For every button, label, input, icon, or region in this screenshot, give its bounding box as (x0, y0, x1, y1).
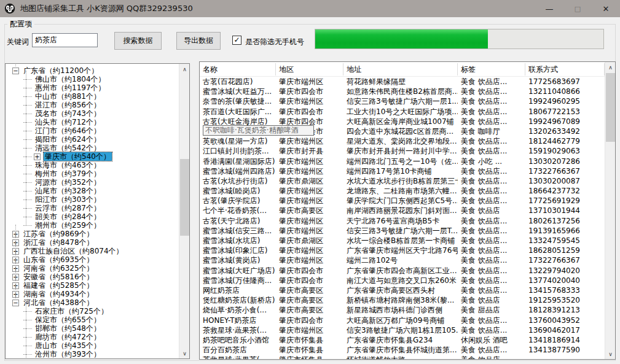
tree-item[interactable]: +江苏省（约9869个） (6, 230, 179, 238)
tree-guide-line (26, 105, 26, 114)
tree-item[interactable]: +山东省（约6935个） (6, 255, 179, 264)
tree-item[interactable]: 石家庄市（约725个） (6, 307, 179, 316)
tree-item[interactable]: 沧州市（约393个） (6, 350, 179, 358)
table-row[interactable]: 茶救星球·蔬果茶(...肇庆市怀集县怀城街道解放大路...美食 饮品店 (200, 355, 605, 359)
table-row[interactable]: 网红奶茶店肇庆市高要区广东省肇庆市高要区西头村美食 饮品店...13415768… (200, 285, 605, 295)
table-cell: 南江大道与如意路交叉口东260米 (343, 276, 458, 285)
column-header[interactable]: 地址 (343, 63, 458, 76)
scroll-down-icon[interactable]: ∨ (179, 348, 190, 358)
scroll-up-icon[interactable]: ∧ (605, 62, 616, 72)
tree-item-label: 惠州市（约1197个） (34, 83, 107, 92)
table-row[interactable]: 英歌魂(星湖一方店)肇庆市端州区星湖大道东、棠岗路北交界地段...美食 饮品店.… (200, 136, 605, 146)
tree-item[interactable]: 云浮市（约287个） (6, 204, 179, 212)
scroll-up-icon[interactable]: ∧ (179, 64, 190, 74)
collapse-icon[interactable]: − (12, 68, 19, 74)
tree-item[interactable]: 茂名市（约743个） (6, 109, 179, 118)
tree-item[interactable]: 韶关市（约284个） (6, 212, 179, 221)
table-row[interactable]: 蜜雪冰城(端州四路店)肇庆市端州区端州四路17号第10卡商铺美食 饮品店...1… (200, 166, 605, 176)
export-data-button[interactable]: 导出数据 (176, 32, 221, 50)
expand-icon[interactable]: + (34, 153, 41, 160)
tree-item[interactable]: −广东省（约11200个） (6, 66, 179, 75)
tree-item[interactable]: 汕头市（约712个） (6, 118, 179, 126)
table-row[interactable]: 蜜雪冰城(大旺益万...肇庆市四会市如意路朱伟民商住楼B2栋首层商...美食 饮… (200, 87, 605, 96)
table-row[interactable]: 蜜雪冰城(水坑店)肇庆市鼎湖区水坑一综合楼B栋首层第一卡商铺美食 饮品店...1… (200, 236, 605, 246)
tree-item[interactable]: 保定市（约655个） (6, 316, 179, 324)
close-button-icon[interactable]: ✕ (592, 0, 620, 17)
tree-item[interactable]: +湖南省（约4934个） (6, 290, 179, 298)
tree-item[interactable]: 汕尾市（约328个） (6, 187, 179, 195)
tree-item[interactable]: 阳江市（约303个） (6, 195, 179, 204)
filter-no-phone-checkbox[interactable]: ✓ (232, 36, 241, 45)
tree-item[interactable]: 珠海市（约463个） (6, 161, 179, 169)
column-header[interactable]: 联系方式 (525, 63, 605, 76)
table-row[interactable]: 蜜雪冰城(万佳隆商...肇庆市四会市南江大道与如意路交叉口东260米美食 饮品店… (200, 276, 605, 285)
tree-item[interactable]: +安徽省（约5816个） (6, 273, 179, 281)
table-scrollbar[interactable]: ∧ ∨ (605, 62, 615, 359)
table-cell: 肇庆市高要区 (276, 305, 343, 315)
table-row[interactable]: HONEY-T奶茶店肇庆市四会市大旺高新区万都广场09号商铺美食 饮品店...1… (200, 316, 605, 325)
table-cell: 肇庆市怀集县 (276, 335, 343, 345)
table-cell: 肇庆市端州区 (276, 255, 343, 265)
tree-item[interactable]: 潮州市（约259个） (6, 221, 179, 230)
tree-item[interactable]: 惠州市（约1197个） (6, 83, 179, 92)
tree-item[interactable]: −河北省（约4388个） (6, 298, 179, 307)
table-row[interactable]: 蜜雪冰城(睦岗店)肇庆市端州区龙塘路东、二桂路南市场第六幢...美食 饮品店..… (200, 186, 605, 196)
table-row[interactable]: 煲红糖奶茶店(新桥店)肇庆市高要区新桥镇布塘村路牌南侧38米(黎...美食 饮品… (200, 295, 605, 305)
table-cell: 英歌魂(星湖一方店) (200, 136, 276, 146)
table-row[interactable]: 蜜雪冰城(大旺广场店)肇庆市四会市广东省肇庆市四会市高新区工业...美食 饮品店… (200, 266, 605, 276)
tree-item[interactable]: 邯郸市（约548个） (6, 324, 179, 333)
table-row[interactable]: 蜜雪冰城(黄岗店)肇庆市端州区端州二路102号美食 饮品店...17322766… (200, 255, 605, 265)
tree-guide-line (15, 276, 16, 281)
table-row[interactable]: 蜜雪冰城(信安三路...肇庆市端州区信安三路3号敏捷广场六期一层T...美食 饮… (200, 226, 605, 236)
table-row[interactable]: 奈雪的茶(肇庆敏捷...肇庆市端州区信安三路3号敏捷广场六期一层1...美食 饮… (200, 96, 605, 106)
table-row[interactable]: 茶救星球·蔬果茶(...肇庆市端州区信安3路敏捷广场六期1栋1层105...美食… (200, 325, 605, 335)
tree-item[interactable]: +广西壮族自治区（约8074个） (6, 247, 179, 255)
tree-item[interactable]: 中山市（约881个） (6, 92, 179, 101)
table-cell: 美食 饮品店... (458, 96, 525, 106)
table-row[interactable]: 茶百道(大旺国际广...肇庆市四会市工业大街10号之大旺国际广场项...美食 饮… (200, 107, 605, 117)
column-header[interactable]: 地区 (276, 63, 343, 76)
tree-item[interactable]: +浙江省（约8478个） (6, 238, 179, 247)
tree-item[interactable]: +福建省（约5285个） (6, 281, 179, 290)
tree-guide-line (26, 303, 26, 311)
keyword-input[interactable] (32, 33, 98, 47)
tree-item[interactable]: +肇庆市（约540个） (6, 152, 179, 161)
scroll-down-icon[interactable]: ∨ (605, 349, 616, 359)
column-header[interactable]: 标签 (458, 63, 525, 76)
search-data-button[interactable]: 搜索数据 (114, 32, 162, 50)
tree-item[interactable]: 廊坊市（约472个） (6, 333, 179, 341)
table-row[interactable]: 百分百奶茶店肇庆市怀集县广东省肇庆市怀集县怀城街道第...美食 饮品店...13… (200, 345, 605, 355)
minimize-button-icon[interactable]: — (535, 0, 563, 17)
table-row[interactable]: 江口镇封川街韵茶...肇庆市封开县肇庆市封开县封州一路封川中学...美食 饮品店… (200, 146, 605, 156)
tree-item[interactable]: 湛江市（约856个） (6, 101, 179, 109)
tree-connector (23, 320, 32, 320)
table-row[interactable]: 古茗(百花园店)肇庆市端州区荷花路鲜果缘隔壁美食 饮品店...177256836… (200, 77, 605, 87)
tree-item[interactable]: 佛山市（约1804个） (6, 75, 179, 83)
tree-item-label: 河南省（约6325个） (22, 264, 95, 273)
table-row[interactable]: 奶茶吧吧音乐小酒馆肇庆市怀集县广东省肇庆市怀集县G234休闲娱乐 酒吧13418… (200, 335, 605, 345)
table-row[interactable]: 香港满園(星湖国际店)肇庆市端州区端州四路北门五号之一10号（佐...美食 小吃… (200, 157, 605, 166)
tree-item[interactable]: 唐山市（约435个） (6, 341, 179, 350)
tree-scrollbar[interactable]: ∧ ∨ (179, 64, 189, 358)
table-row[interactable]: 古茗(水坑步行街店)肇庆市鼎湖区水坑大道水坑步行街B栋首层第三卡美食 饮品店..… (200, 176, 605, 186)
table-row[interactable]: 七个半·花香奶茶(...肇庆市高要区南岸湖西路丽景花园东门斜对面...美食 饮品… (200, 206, 605, 215)
tree-item[interactable]: 清远市（约542个） (6, 144, 179, 152)
table-scrollbar-thumb[interactable] (606, 73, 615, 142)
table-row[interactable]: 古茗(天宁北路店)肇庆市端州区天宁北路76号蓝宫商场B5卡美食 饮品店...18… (200, 216, 605, 226)
collapse-icon[interactable]: − (12, 300, 19, 306)
tree-item[interactable]: 江门市（约646个） (6, 126, 179, 135)
table-cell: 广东省肇庆市高要区西头村 (343, 285, 458, 295)
tree-item[interactable]: 梅州市（约379个） (6, 169, 179, 178)
progress-bar (315, 29, 604, 49)
tree-item[interactable]: 河源市（约352个） (6, 178, 179, 187)
tree-scrollbar-thumb[interactable] (180, 159, 189, 236)
table-cell: 13324759545 (525, 236, 605, 246)
table-row[interactable]: 蜜雪冰城(印象汇店)肇庆市端州区广东省肇庆市端州区天宁北路76号美食 饮品店..… (200, 246, 605, 255)
table-cell: 肇庆市高要区 (276, 295, 343, 305)
tree-item[interactable]: +河南省（约6325个） (6, 264, 179, 273)
table-row[interactable]: 烧仙草·奶茶小食(...肇庆市高要区新星路城西市场科德门诊西侧美食 甜品店181… (200, 305, 605, 315)
column-header[interactable]: 名称 (200, 63, 276, 76)
table-cell: HONEY-T奶茶店 (200, 316, 276, 325)
table-row[interactable]: 古茗(肇庆学院店)肇庆市端州区肇庆学院大门口东侧西起第C5号...美食 饮品店.… (200, 196, 605, 206)
tree-item[interactable]: 揭阳市（约624个） (6, 135, 179, 144)
